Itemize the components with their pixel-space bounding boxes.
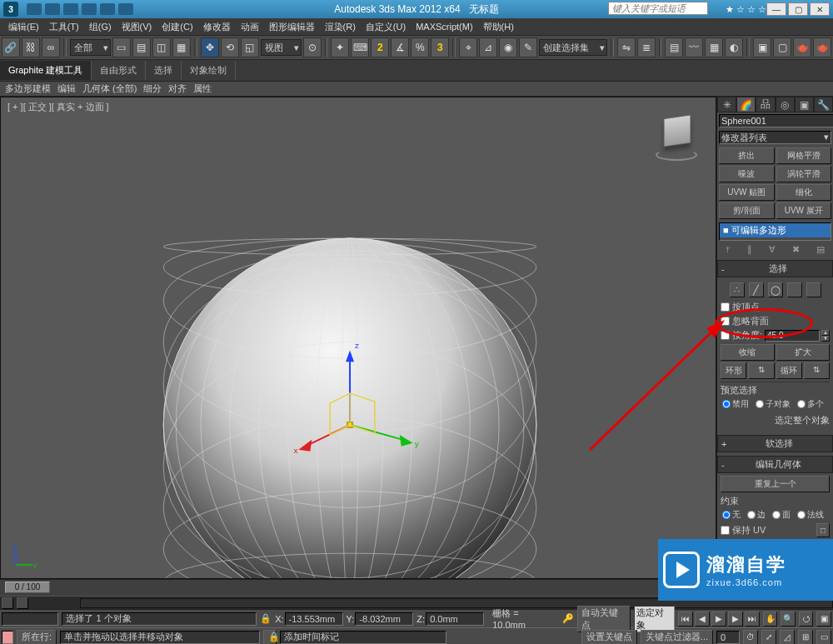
pin-stack-icon[interactable]: ⫯ <box>726 244 731 255</box>
mirror-icon[interactable]: ⇋ <box>617 37 636 57</box>
time-slider-knob[interactable]: 0 / 100 <box>5 582 50 593</box>
snap-3d-icon[interactable]: 3 <box>431 37 449 57</box>
render-icon[interactable]: 🫖 <box>793 37 811 57</box>
maximize-button[interactable]: ▢ <box>788 2 808 16</box>
ignore-backface-checkbox[interactable] <box>721 317 730 326</box>
menu-tools[interactable]: 工具(T) <box>44 19 84 35</box>
render-preset-icon[interactable]: 🫖 <box>813 37 831 57</box>
modifier-list-dropdown[interactable]: 修改器列表 <box>719 131 831 144</box>
preview-sub-radio[interactable] <box>756 400 764 408</box>
mod-uvwmap[interactable]: UVW 贴图 <box>719 184 775 201</box>
snap-percent-icon[interactable]: % <box>411 37 429 57</box>
ribbon-panel[interactable]: 细分 <box>143 82 162 95</box>
preview-off-radio[interactable] <box>722 400 731 408</box>
snap-2d-icon[interactable]: 2 <box>371 37 389 57</box>
trackbar-toggle[interactable] <box>2 597 13 609</box>
edge-level-icon[interactable]: ╱ <box>749 282 764 297</box>
selection-set-field[interactable]: 选定对象 <box>634 606 675 632</box>
stack-item-editable-poly[interactable]: ■ 可编辑多边形 <box>720 223 831 237</box>
ref-coord-dropdown[interactable]: 视图 <box>261 39 302 56</box>
menu-views[interactable]: 视图(V) <box>117 19 157 35</box>
qat-button[interactable] <box>45 3 60 15</box>
selection-filter-dropdown[interactable]: 全部 <box>70 39 111 56</box>
menu-render[interactable]: 渲染(R) <box>320 19 361 35</box>
curve-editor-icon[interactable]: 〰 <box>685 37 703 57</box>
window-crossing-icon[interactable]: ▦ <box>172 37 191 57</box>
lock-selection-icon[interactable]: 🔒 <box>263 630 277 645</box>
select-icon[interactable]: ▭ <box>112 37 131 57</box>
set-key-button[interactable]: 设置关键点 <box>581 630 637 645</box>
constrain-face-radio[interactable] <box>772 511 781 519</box>
current-frame[interactable]: 0 <box>716 631 740 644</box>
bind-icon[interactable]: ∞ <box>42 37 60 57</box>
select-name-icon[interactable]: ▤ <box>132 37 151 57</box>
sphere-object[interactable]: x y z <box>1 97 716 578</box>
ribbon-panel[interactable]: 对齐 <box>168 82 187 95</box>
vertex-level-icon[interactable]: ∴ <box>730 282 745 297</box>
angle-spinner[interactable]: 45.0 <box>765 330 820 342</box>
by-vertex-checkbox[interactable] <box>721 302 730 312</box>
draw-icon[interactable]: ✎ <box>519 37 537 57</box>
modify-tab-icon[interactable]: 🌈 <box>736 97 756 112</box>
prev-frame-icon[interactable]: ◀ <box>695 612 710 627</box>
mod-unwrap[interactable]: UVW 展开 <box>776 202 832 219</box>
mod-tessellate[interactable]: 细化 <box>776 184 832 201</box>
menu-graph[interactable]: 图形编辑器 <box>264 19 320 35</box>
snap-spinner-icon[interactable]: ⌖ <box>459 37 477 57</box>
add-time-tag[interactable]: 添加时间标记 <box>280 631 446 644</box>
menu-maxscript[interactable]: MAXScript(M) <box>411 20 477 33</box>
menu-create[interactable]: 创建(C) <box>157 19 197 35</box>
schematic-icon[interactable]: ▦ <box>705 37 723 57</box>
select-region-icon[interactable]: ◫ <box>152 37 171 57</box>
script-listener[interactable] <box>2 612 58 626</box>
menu-modifiers[interactable]: 修改器 <box>198 19 236 35</box>
key-filters-button[interactable]: 关键点过滤器... <box>641 630 713 645</box>
menu-animation[interactable]: 动画 <box>236 19 264 35</box>
ribbon-panel[interactable]: 多边形建模 <box>5 82 51 95</box>
mod-slice[interactable]: 剪/剖面 <box>719 202 775 219</box>
play-icon[interactable]: ▶ <box>711 612 726 627</box>
render-frame-icon[interactable]: ▢ <box>773 37 791 57</box>
layer-icon[interactable]: ▤ <box>665 37 683 57</box>
display-tab-icon[interactable]: ▣ <box>795 97 814 112</box>
time-config-icon[interactable]: ⏱ <box>743 630 758 645</box>
pivot-icon[interactable]: ⊙ <box>303 37 322 57</box>
zoom-all-icon[interactable]: ⊞ <box>798 630 813 645</box>
mod-extrude[interactable]: 挤出 <box>719 147 775 164</box>
object-name-input[interactable] <box>719 114 833 127</box>
orbit-icon[interactable]: ⭯ <box>799 612 814 627</box>
motion-tab-icon[interactable]: ◎ <box>776 97 795 112</box>
now-at-button[interactable]: 所在行: <box>17 630 57 645</box>
ribbon-tab-modeling[interactable]: Graphite 建模工具 <box>0 61 92 80</box>
help-search-input[interactable] <box>608 2 708 15</box>
ring-button[interactable]: 环形 <box>721 362 746 379</box>
menu-customize[interactable]: 自定义(U) <box>361 19 411 35</box>
ribbon-panel[interactable]: 几何体 (全部) <box>82 82 137 95</box>
mod-turbosmooth[interactable]: 涡轮平滑 <box>776 166 832 182</box>
remove-mod-icon[interactable]: ✖ <box>792 244 800 255</box>
named-selection-dropdown[interactable]: 创建选择集 <box>539 39 607 56</box>
min-max-icon[interactable]: ▭ <box>816 630 831 645</box>
zoom-icon[interactable]: 🔍 <box>781 612 796 627</box>
scale-icon[interactable]: ◱ <box>241 37 259 57</box>
preview-multi-radio[interactable] <box>797 400 806 408</box>
preserve-uv-checkbox[interactable] <box>721 526 730 535</box>
mod-meshsmooth[interactable]: 网格平滑 <box>776 147 832 164</box>
align-icon[interactable]: ≣ <box>637 37 656 57</box>
shrink-button[interactable]: 收缩 <box>721 344 775 361</box>
keyboard-shortcut-icon[interactable]: ⌨ <box>351 37 369 57</box>
snap-pivot-icon[interactable]: ◉ <box>499 37 517 57</box>
zoom-extents-icon[interactable]: ⤢ <box>761 630 776 645</box>
menu-help[interactable]: 帮助(H) <box>478 19 519 35</box>
grow-button[interactable]: 扩大 <box>776 344 831 361</box>
coord-x[interactable]: -13.553mm <box>285 612 343 626</box>
unlink-icon[interactable]: ⛓ <box>22 37 40 57</box>
viewport[interactable]: [ + ][ 正交 ][ 真实 + 边面 ] <box>0 97 716 579</box>
ribbon-panel[interactable]: 属性 <box>193 82 212 95</box>
loop-button[interactable]: 循环 <box>776 362 802 379</box>
qat-button[interactable] <box>118 3 133 15</box>
rotate-icon[interactable]: ⟲ <box>221 37 239 57</box>
utilities-tab-icon[interactable]: 🔧 <box>814 97 833 112</box>
modifier-stack[interactable]: ■ 可编辑多边形 <box>719 222 831 241</box>
goto-end-icon[interactable]: ⏭ <box>745 612 760 627</box>
